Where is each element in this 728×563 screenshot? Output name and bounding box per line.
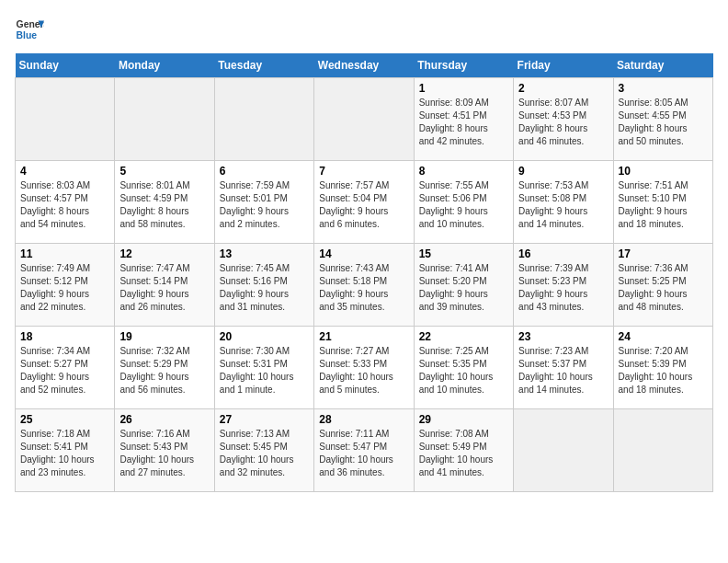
calendar-cell: 28Sunrise: 7:11 AM Sunset: 5:47 PM Dayli…: [314, 409, 414, 492]
calendar-cell: 26Sunrise: 7:16 AM Sunset: 5:43 PM Dayli…: [115, 409, 214, 492]
day-info: Sunrise: 7:43 AM Sunset: 5:18 PM Dayligh…: [319, 262, 408, 314]
calendar-cell: 10Sunrise: 7:51 AM Sunset: 5:10 PM Dayli…: [613, 161, 712, 244]
day-info: Sunrise: 7:34 AM Sunset: 5:27 PM Dayligh…: [20, 345, 109, 396]
calendar-cell: 15Sunrise: 7:41 AM Sunset: 5:20 PM Dayli…: [414, 244, 513, 327]
logo: General Blue: [15, 15, 48, 44]
calendar-cell: 17Sunrise: 7:36 AM Sunset: 5:25 PM Dayli…: [613, 244, 712, 327]
day-info: Sunrise: 7:45 AM Sunset: 5:16 PM Dayligh…: [220, 262, 309, 314]
calendar-cell: [514, 409, 613, 492]
day-info: Sunrise: 7:47 AM Sunset: 5:14 PM Dayligh…: [119, 262, 209, 314]
calendar-cell: 19Sunrise: 7:32 AM Sunset: 5:29 PM Dayli…: [115, 327, 214, 409]
day-info: Sunrise: 7:36 AM Sunset: 5:25 PM Dayligh…: [619, 262, 708, 314]
day-number: 20: [220, 330, 309, 343]
calendar-cell: [613, 409, 712, 492]
day-number: 4: [20, 165, 109, 178]
day-number: 7: [319, 165, 408, 178]
weekday-header-thursday: Thursday: [414, 53, 513, 78]
day-number: 22: [419, 330, 508, 343]
calendar-cell: 12Sunrise: 7:47 AM Sunset: 5:14 PM Dayli…: [115, 244, 214, 327]
day-number: 18: [20, 330, 109, 343]
weekday-header-sunday: Sunday: [16, 53, 115, 78]
page-header: General Blue: [15, 15, 713, 44]
calendar-cell: 24Sunrise: 7:20 AM Sunset: 5:39 PM Dayli…: [613, 327, 712, 409]
calendar-cell: 9Sunrise: 7:53 AM Sunset: 5:08 PM Daylig…: [514, 161, 613, 244]
day-number: 1: [419, 82, 508, 95]
day-info: Sunrise: 8:01 AM Sunset: 4:59 PM Dayligh…: [119, 179, 209, 231]
calendar-cell: 23Sunrise: 7:23 AM Sunset: 5:37 PM Dayli…: [514, 327, 613, 409]
calendar-cell: 2Sunrise: 8:07 AM Sunset: 4:53 PM Daylig…: [514, 78, 613, 161]
day-number: 17: [619, 247, 708, 260]
day-number: 15: [419, 247, 508, 260]
day-info: Sunrise: 7:49 AM Sunset: 5:12 PM Dayligh…: [20, 262, 109, 314]
day-info: Sunrise: 8:09 AM Sunset: 4:51 PM Dayligh…: [419, 97, 508, 148]
calendar-cell: 1Sunrise: 8:09 AM Sunset: 4:51 PM Daylig…: [414, 78, 513, 161]
calendar-cell: [314, 78, 414, 161]
day-info: Sunrise: 7:27 AM Sunset: 5:33 PM Dayligh…: [319, 345, 408, 396]
day-info: Sunrise: 7:23 AM Sunset: 5:37 PM Dayligh…: [518, 345, 608, 396]
day-number: 2: [518, 82, 608, 95]
day-info: Sunrise: 7:55 AM Sunset: 5:06 PM Dayligh…: [419, 179, 508, 231]
day-info: Sunrise: 7:30 AM Sunset: 5:31 PM Dayligh…: [220, 345, 309, 396]
calendar-cell: 20Sunrise: 7:30 AM Sunset: 5:31 PM Dayli…: [214, 327, 313, 409]
calendar-cell: 29Sunrise: 7:08 AM Sunset: 5:49 PM Dayli…: [414, 409, 513, 492]
day-info: Sunrise: 7:18 AM Sunset: 5:41 PM Dayligh…: [20, 428, 109, 479]
calendar-week-row: 11Sunrise: 7:49 AM Sunset: 5:12 PM Dayli…: [16, 244, 713, 327]
day-info: Sunrise: 7:51 AM Sunset: 5:10 PM Dayligh…: [619, 179, 708, 231]
day-info: Sunrise: 7:20 AM Sunset: 5:39 PM Dayligh…: [619, 345, 708, 396]
day-number: 5: [119, 165, 209, 178]
calendar-cell: 16Sunrise: 7:39 AM Sunset: 5:23 PM Dayli…: [514, 244, 613, 327]
calendar-cell: 4Sunrise: 8:03 AM Sunset: 4:57 PM Daylig…: [16, 161, 115, 244]
day-info: Sunrise: 7:39 AM Sunset: 5:23 PM Dayligh…: [518, 262, 608, 314]
day-number: 24: [619, 330, 708, 343]
day-info: Sunrise: 7:08 AM Sunset: 5:49 PM Dayligh…: [419, 428, 508, 479]
calendar-cell: 5Sunrise: 8:01 AM Sunset: 4:59 PM Daylig…: [115, 161, 214, 244]
day-number: 3: [619, 82, 708, 95]
calendar-cell: 25Sunrise: 7:18 AM Sunset: 5:41 PM Dayli…: [16, 409, 115, 492]
calendar-week-row: 4Sunrise: 8:03 AM Sunset: 4:57 PM Daylig…: [16, 161, 713, 244]
weekday-header-monday: Monday: [115, 53, 214, 78]
logo-icon: General Blue: [15, 15, 44, 44]
day-info: Sunrise: 7:53 AM Sunset: 5:08 PM Dayligh…: [518, 179, 608, 231]
day-number: 16: [518, 247, 608, 260]
day-info: Sunrise: 8:07 AM Sunset: 4:53 PM Dayligh…: [518, 97, 608, 148]
day-number: 26: [119, 413, 209, 426]
day-number: 21: [319, 330, 408, 343]
calendar-cell: 27Sunrise: 7:13 AM Sunset: 5:45 PM Dayli…: [214, 409, 313, 492]
day-number: 12: [119, 247, 209, 260]
day-info: Sunrise: 7:16 AM Sunset: 5:43 PM Dayligh…: [119, 428, 209, 479]
day-number: 6: [220, 165, 309, 178]
calendar-cell: 3Sunrise: 8:05 AM Sunset: 4:55 PM Daylig…: [613, 78, 712, 161]
day-info: Sunrise: 7:13 AM Sunset: 5:45 PM Dayligh…: [220, 428, 309, 479]
day-number: 10: [619, 165, 708, 178]
calendar-cell: 21Sunrise: 7:27 AM Sunset: 5:33 PM Dayli…: [314, 327, 414, 409]
calendar-cell: [16, 78, 115, 161]
day-info: Sunrise: 8:03 AM Sunset: 4:57 PM Dayligh…: [20, 179, 109, 231]
calendar-cell: 6Sunrise: 7:59 AM Sunset: 5:01 PM Daylig…: [214, 161, 313, 244]
calendar-cell: 11Sunrise: 7:49 AM Sunset: 5:12 PM Dayli…: [16, 244, 115, 327]
calendar-cell: 22Sunrise: 7:25 AM Sunset: 5:35 PM Dayli…: [414, 327, 513, 409]
calendar-cell: 7Sunrise: 7:57 AM Sunset: 5:04 PM Daylig…: [314, 161, 414, 244]
day-number: 11: [20, 247, 109, 260]
calendar-cell: 14Sunrise: 7:43 AM Sunset: 5:18 PM Dayli…: [314, 244, 414, 327]
day-info: Sunrise: 7:32 AM Sunset: 5:29 PM Dayligh…: [119, 345, 209, 396]
day-info: Sunrise: 7:57 AM Sunset: 5:04 PM Dayligh…: [319, 179, 408, 231]
svg-text:Blue: Blue: [17, 30, 38, 40]
day-number: 9: [518, 165, 608, 178]
day-info: Sunrise: 7:59 AM Sunset: 5:01 PM Dayligh…: [220, 179, 309, 231]
day-number: 25: [20, 413, 109, 426]
calendar-week-row: 25Sunrise: 7:18 AM Sunset: 5:41 PM Dayli…: [16, 409, 713, 492]
weekday-header-friday: Friday: [514, 53, 613, 78]
day-number: 23: [518, 330, 608, 343]
day-number: 28: [319, 413, 408, 426]
calendar-cell: [214, 78, 313, 161]
calendar-table: SundayMondayTuesdayWednesdayThursdayFrid…: [15, 53, 713, 492]
day-number: 13: [220, 247, 309, 260]
day-number: 29: [419, 413, 508, 426]
weekday-header-wednesday: Wednesday: [314, 53, 414, 78]
calendar-week-row: 1Sunrise: 8:09 AM Sunset: 4:51 PM Daylig…: [16, 78, 713, 161]
day-info: Sunrise: 7:41 AM Sunset: 5:20 PM Dayligh…: [419, 262, 508, 314]
day-number: 14: [319, 247, 408, 260]
calendar-cell: 8Sunrise: 7:55 AM Sunset: 5:06 PM Daylig…: [414, 161, 513, 244]
day-info: Sunrise: 7:25 AM Sunset: 5:35 PM Dayligh…: [419, 345, 508, 396]
calendar-cell: 13Sunrise: 7:45 AM Sunset: 5:16 PM Dayli…: [214, 244, 313, 327]
